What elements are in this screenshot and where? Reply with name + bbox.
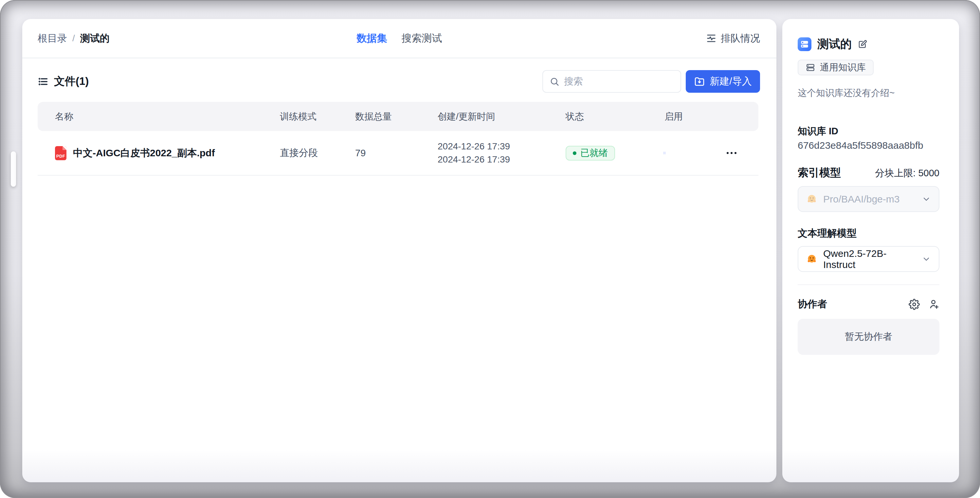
table-header-row: 名称 训练模式 数据总量 创建/更新时间 状态 启用: [38, 102, 759, 131]
index-model-value: Pro/BAAI/bge-m3: [823, 194, 916, 205]
knowledge-base-icon: [798, 37, 811, 51]
list-icon: [38, 76, 49, 87]
time-values: 2024-12-26 17:39 2024-12-26 17:39: [438, 141, 566, 165]
chevron-down-icon: [922, 255, 931, 264]
tab-dataset[interactable]: 数据集: [357, 32, 387, 45]
desktop-background: 根目录 / 测试的 数据集 搜索测试 排队情况: [0, 0, 980, 498]
main-window: 根目录 / 测试的 数据集 搜索测试 排队情况: [22, 19, 776, 482]
kb-id-label: 知识库 ID: [798, 125, 939, 138]
queue-status-button[interactable]: 排队情况: [706, 32, 760, 45]
breadcrumb: 根目录 / 测试的: [38, 32, 110, 45]
kb-type-tag: 通用知识库: [798, 60, 873, 75]
create-import-button[interactable]: 新建/导入: [686, 70, 760, 93]
files-section-title: 文件(1): [38, 74, 89, 89]
collaborators-empty-state: 暂无协作者: [798, 319, 939, 355]
training-mode-value: 直接分段: [280, 147, 355, 160]
folder-import-icon: [694, 76, 705, 87]
breadcrumb-separator: /: [72, 33, 75, 43]
breadcrumb-root[interactable]: 根目录: [38, 32, 67, 45]
collaborators-settings-icon[interactable]: [908, 299, 920, 310]
top-bar: 根目录 / 测试的 数据集 搜索测试 排队情况: [22, 19, 776, 58]
text-model-label: 文本理解模型: [798, 227, 939, 240]
files-count-label: 文件(1): [54, 74, 89, 89]
updated-time: 2024-12-26 17:39: [438, 154, 566, 165]
search-icon: [550, 77, 559, 86]
tab-bar: 数据集 搜索测试: [357, 32, 442, 45]
index-model-select: Pro/BAAI/bge-m3: [798, 186, 939, 212]
data-count-value: 79: [355, 148, 438, 158]
dataset-tag-icon: [805, 62, 815, 72]
panel-divider: [798, 284, 939, 285]
panel-title: 测试的: [817, 37, 852, 52]
edit-title-icon[interactable]: [858, 39, 867, 49]
text-model-value: Qwen2.5-72B-Instruct: [823, 248, 916, 270]
search-box: [542, 70, 681, 93]
queue-status-label: 排队情况: [721, 32, 760, 45]
kb-id-value: 676d23e84a5f55898aaa8bfb: [798, 140, 939, 151]
status-dot-icon: [573, 152, 576, 155]
chunk-limit-label: 分块上限: 5000: [875, 167, 939, 180]
details-panel: 测试的 通用知识库 这个知识库还没有介绍~ 知识库 ID 676d2: [782, 19, 959, 482]
huggingface-icon: [806, 254, 817, 265]
window-edge-handle[interactable]: [11, 152, 16, 187]
status-label: 已就绪: [580, 147, 608, 159]
row-menu-button[interactable]: [723, 149, 740, 157]
index-model-label: 索引模型: [798, 166, 841, 180]
created-time: 2024-12-26 17:39: [438, 141, 566, 152]
search-input[interactable]: [564, 76, 674, 87]
queue-activity-icon: [706, 33, 717, 44]
files-table: 名称 训练模式 数据总量 创建/更新时间 状态 启用 PDF 中文-AIGC白皮…: [38, 102, 759, 176]
pdf-file-icon: PDF: [55, 146, 67, 160]
kb-description: 这个知识库还没有介绍~: [798, 87, 939, 99]
chevron-down-icon: [922, 195, 931, 204]
col-header-enabled: 启用: [665, 110, 723, 123]
table-row[interactable]: PDF 中文-AIGC白皮书2022_副本.pdf 直接分段 79 2024-1…: [38, 131, 759, 176]
kb-type-label: 通用知识库: [820, 61, 866, 74]
col-header-training-mode: 训练模式: [280, 110, 355, 123]
files-toolbar: 文件(1) 新建/导入: [22, 70, 776, 93]
text-model-select[interactable]: Qwen2.5-72B-Instruct: [798, 246, 939, 272]
status-badge: 已就绪: [566, 146, 615, 161]
col-header-status: 状态: [566, 110, 665, 123]
col-header-time: 创建/更新时间: [438, 110, 566, 123]
file-name: 中文-AIGC白皮书2022_副本.pdf: [73, 147, 215, 160]
breadcrumb-current: 测试的: [80, 32, 110, 45]
collaborators-label: 协作者: [798, 297, 827, 311]
tab-search-test[interactable]: 搜索测试: [402, 32, 442, 45]
huggingface-icon: [806, 194, 817, 205]
col-header-name: 名称: [55, 110, 280, 123]
add-collaborator-icon[interactable]: [928, 299, 939, 310]
create-import-label: 新建/导入: [710, 75, 751, 88]
col-header-data-count: 数据总量: [355, 110, 438, 123]
